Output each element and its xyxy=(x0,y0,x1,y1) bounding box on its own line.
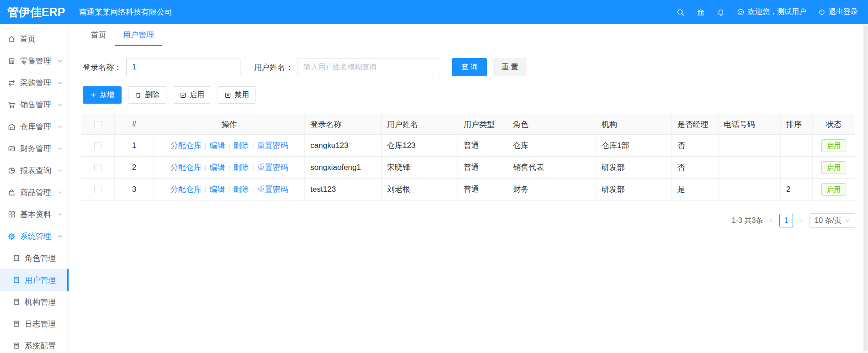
user-name-input[interactable] xyxy=(298,58,440,76)
cell-index: 1 xyxy=(115,135,154,157)
sidebar-item-label: 采购管理 xyxy=(20,78,51,88)
swap-icon xyxy=(8,79,16,87)
search-button[interactable]: 查 询 xyxy=(452,58,487,76)
table-header-row: # 操作 登录名称 用户姓名 用户类型 角色 机构 是否经理 电话号码 排序 状… xyxy=(81,114,855,135)
sidebar-item-label: 系统管理 xyxy=(20,231,51,242)
bank-icon[interactable] xyxy=(697,8,705,16)
bag-icon xyxy=(8,189,16,196)
status-badge: 启用 xyxy=(821,183,846,196)
page-size-select[interactable]: 10 条/页 xyxy=(809,213,855,228)
cell-sort xyxy=(780,157,812,179)
enable-button-label: 启用 xyxy=(190,90,204,100)
sidebar-item-goods[interactable]: 商品管理 xyxy=(0,181,69,203)
cell-role: 销售代表 xyxy=(507,157,596,179)
user-name-label: 用户姓名： xyxy=(254,62,293,73)
cell-org: 仓库1部 xyxy=(596,135,672,157)
edit-link[interactable]: 编辑 xyxy=(210,141,225,150)
sidebar-item-system[interactable]: 系统管理 xyxy=(0,225,69,247)
sidebar-item-log-mgmt[interactable]: 日志管理 xyxy=(0,313,69,335)
document-icon xyxy=(13,276,20,284)
sidebar: 首页 零售管理 采购管理 销售管理 仓库管理 财务管理 xyxy=(0,24,69,353)
edit-link[interactable]: 编辑 xyxy=(210,163,225,172)
pie-chart-icon xyxy=(8,167,16,174)
next-page-button[interactable] xyxy=(799,218,804,223)
edit-link[interactable]: 编辑 xyxy=(210,185,225,194)
power-icon xyxy=(818,9,825,16)
cart-icon xyxy=(8,101,16,109)
topbar: 管伊佳ERP 南通某某网络科技有限公司 欢迎您，测试用户 退出登录 xyxy=(0,0,868,24)
store-icon xyxy=(8,57,16,65)
sidebar-item-org-mgmt[interactable]: 机构管理 xyxy=(0,291,69,313)
assign-warehouse-link[interactable]: 分配仓库 xyxy=(170,163,202,172)
disable-button[interactable]: 禁用 xyxy=(218,86,256,104)
app-logo: 管伊佳ERP xyxy=(0,5,69,20)
header-user-name: 用户姓名 xyxy=(381,114,458,135)
chevron-down-icon xyxy=(58,190,63,195)
assign-warehouse-link[interactable]: 分配仓库 xyxy=(170,141,202,150)
tab-home[interactable]: 首页 xyxy=(83,24,115,46)
sidebar-item-basedata[interactable]: 基本资料 xyxy=(0,203,69,225)
sidebar-item-home[interactable]: 首页 xyxy=(0,28,69,50)
sidebar-item-label: 销售管理 xyxy=(20,100,51,110)
row-checkbox[interactable] xyxy=(94,186,101,193)
row-checkbox[interactable] xyxy=(94,164,101,171)
chevron-down-icon xyxy=(58,168,63,173)
welcome-user[interactable]: 欢迎您，测试用户 xyxy=(737,7,806,17)
sidebar-item-label: 财务管理 xyxy=(20,143,51,154)
sidebar-item-sales[interactable]: 销售管理 xyxy=(0,94,69,116)
tab-user-management[interactable]: 用户管理 xyxy=(115,24,162,46)
disable-button-label: 禁用 xyxy=(234,90,249,100)
reset-button[interactable]: 重 置 xyxy=(493,58,526,76)
sidebar-item-sysconfig[interactable]: 系统配置 xyxy=(0,335,69,353)
search-icon[interactable] xyxy=(676,8,685,16)
scrollbar[interactable] xyxy=(863,24,868,353)
add-button[interactable]: 新增 xyxy=(83,86,122,104)
cell-phone xyxy=(718,157,780,179)
page-number-button[interactable]: 1 xyxy=(779,214,793,227)
home-icon xyxy=(8,35,16,43)
chevron-down-icon xyxy=(58,102,63,107)
chevron-down-icon xyxy=(58,58,63,63)
assign-warehouse-link[interactable]: 分配仓库 xyxy=(170,185,202,194)
reset-password-link[interactable]: 重置密码 xyxy=(257,163,288,172)
op-separator: | xyxy=(202,163,210,171)
cell-phone xyxy=(718,135,780,157)
enable-button[interactable]: 启用 xyxy=(173,86,211,104)
sidebar-item-report[interactable]: 报表查询 xyxy=(0,159,69,181)
op-separator: | xyxy=(225,163,234,171)
prev-page-button[interactable] xyxy=(768,218,774,223)
delete-link[interactable]: 删除 xyxy=(233,141,249,150)
cell-role: 仓库 xyxy=(507,135,596,157)
cell-login-name: test123 xyxy=(305,179,382,200)
scrollbar-thumb[interactable] xyxy=(864,25,868,351)
cell-is-manager: 是 xyxy=(671,179,718,200)
cell-is-manager: 否 xyxy=(671,157,718,179)
logout-button[interactable]: 退出登录 xyxy=(818,7,858,17)
sidebar-item-role-mgmt[interactable]: 角色管理 xyxy=(0,247,69,269)
user-table: # 操作 登录名称 用户姓名 用户类型 角色 机构 是否经理 电话号码 排序 状… xyxy=(81,114,855,200)
reset-password-link[interactable]: 重置密码 xyxy=(257,185,288,194)
sidebar-item-purchase[interactable]: 采购管理 xyxy=(0,72,69,94)
op-separator: | xyxy=(202,142,210,149)
delete-button[interactable]: 删除 xyxy=(128,86,166,104)
table-row: 3 分配仓库|编辑|删除|重置密码 test123 刘老根 普通 财务 研发部 … xyxy=(81,179,855,200)
sidebar-item-user-mgmt[interactable]: 用户管理 xyxy=(0,269,69,291)
cell-login-name: songxiaofeng1 xyxy=(305,157,382,179)
trash-icon xyxy=(135,92,142,99)
select-all-checkbox[interactable] xyxy=(94,121,101,128)
sidebar-item-label: 仓库管理 xyxy=(20,121,51,132)
grid-icon xyxy=(8,211,16,218)
bell-icon[interactable] xyxy=(717,8,725,16)
login-name-input[interactable] xyxy=(126,58,240,76)
reset-password-link[interactable]: 重置密码 xyxy=(257,141,288,150)
sidebar-item-finance[interactable]: 财务管理 xyxy=(0,137,69,159)
delete-link[interactable]: 删除 xyxy=(233,163,249,172)
row-checkbox[interactable] xyxy=(94,142,101,149)
cell-role: 财务 xyxy=(507,179,596,200)
delete-link[interactable]: 删除 xyxy=(233,185,249,194)
login-name-label: 登录名称： xyxy=(83,62,122,73)
sidebar-item-warehouse[interactable]: 仓库管理 xyxy=(0,116,69,137)
cell-sort: 2 xyxy=(780,179,812,200)
header-operation: 操作 xyxy=(154,114,304,135)
sidebar-item-retail[interactable]: 零售管理 xyxy=(0,50,69,72)
